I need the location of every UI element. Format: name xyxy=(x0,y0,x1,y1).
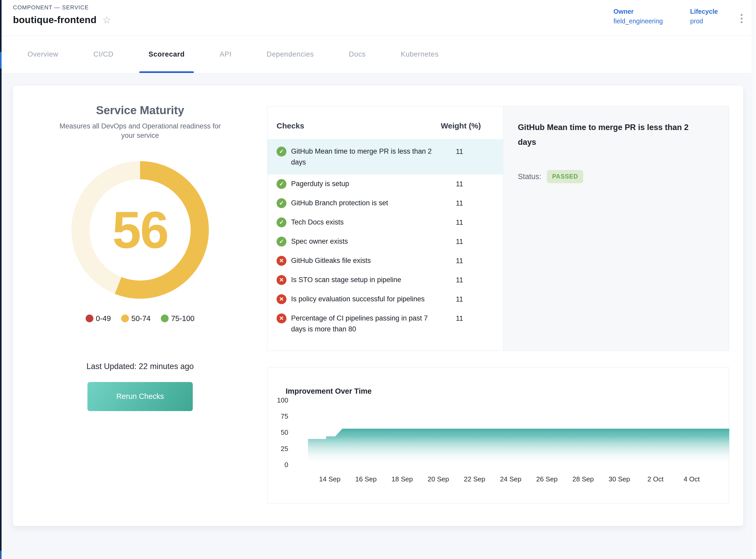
scorecard-subtitle: Measures all DevOps and Operational read… xyxy=(57,121,223,140)
meta-lifecycle-value[interactable]: prod xyxy=(690,17,718,25)
check-weight: 11 xyxy=(441,293,494,305)
check-label: Percentage of CI pipelines passing in pa… xyxy=(291,313,441,335)
check-row[interactable]: ✕Percentage of CI pipelines passing in p… xyxy=(268,309,503,338)
chart-title: Improvement Over Time xyxy=(285,387,371,396)
check-weight: 11 xyxy=(441,313,494,324)
chart-x-axis: 14 Sep16 Sep18 Sep20 Sep22 Sep24 Sep26 S… xyxy=(293,475,729,484)
area-path xyxy=(308,429,729,465)
legend-dot-icon xyxy=(161,315,169,322)
check-row-main: ✓GitHub Branch protection is set xyxy=(277,198,441,208)
scorecard-title: Service Maturity xyxy=(96,104,184,117)
y-tick-label: 25 xyxy=(268,445,288,453)
y-tick-label: 50 xyxy=(268,428,288,436)
meta-lifecycle-label: Lifecycle xyxy=(690,8,718,15)
check-weight: 11 xyxy=(441,178,494,190)
check-row[interactable]: ✕GitHub Gitleaks file exists11 xyxy=(268,251,503,270)
scrollbar-gutter[interactable] xyxy=(752,0,756,559)
check-row[interactable]: ✕Is policy evaluation successful for pip… xyxy=(268,290,503,309)
check-row-main: ✓Spec owner exists xyxy=(277,236,441,247)
tab-dependencies[interactable]: Dependencies xyxy=(258,36,323,73)
check-row[interactable]: ✓Tech Docs exists11 xyxy=(268,213,503,232)
checks-list: Checks Weight (%) ✓GitHub Mean time to m… xyxy=(268,106,503,351)
legend-label: 0-49 xyxy=(96,314,111,323)
score-gauge: 56 xyxy=(71,161,209,299)
check-row-main: ✕Is policy evaluation successful for pip… xyxy=(277,293,441,305)
check-label: GitHub Branch protection is set xyxy=(291,198,388,208)
check-row-main: ✓Pagerduty is setup xyxy=(277,178,441,189)
area-chart-svg xyxy=(293,395,729,473)
check-weight: 11 xyxy=(441,198,494,209)
checks-column-header: Checks xyxy=(277,121,441,130)
entity-kind-label: COMPONENT — SERVICE xyxy=(13,4,111,11)
meta-owner: Ownerfield_engineering xyxy=(614,8,663,25)
tab-overview[interactable]: Overview xyxy=(18,36,67,73)
chart-plot-area xyxy=(293,395,729,473)
check-detail-title: GitHub Mean time to merge PR is less tha… xyxy=(518,120,700,150)
y-tick-label: 0 xyxy=(268,461,288,469)
x-tick-label: 14 Sep xyxy=(319,475,340,483)
check-row-main: ✕Percentage of CI pipelines passing in p… xyxy=(277,313,441,335)
tab-ci-cd[interactable]: CI/CD xyxy=(84,36,123,73)
nav-active-indicator xyxy=(0,52,2,68)
improvement-chart-card: Improvement Over Time 1007550250 xyxy=(267,367,729,504)
check-row[interactable]: ✓Spec owner exists11 xyxy=(268,232,503,251)
checks-card: Checks Weight (%) ✓GitHub Mean time to m… xyxy=(267,106,729,351)
tab-kubernetes[interactable]: Kubernetes xyxy=(392,36,448,73)
check-weight: 11 xyxy=(441,236,494,247)
legend-dot-icon xyxy=(86,315,93,322)
status-badge: PASSED xyxy=(547,170,583,183)
checks-and-trend: Checks Weight (%) ✓GitHub Mean time to m… xyxy=(267,86,743,526)
check-row[interactable]: ✓Pagerduty is setup11 xyxy=(268,174,503,194)
rerun-checks-button[interactable]: Rerun Checks xyxy=(87,382,193,411)
tab-docs[interactable]: Docs xyxy=(340,36,375,73)
tab-scorecard[interactable]: Scorecard xyxy=(139,36,193,73)
nav-bottom-indicator xyxy=(0,551,2,559)
check-weight: 11 xyxy=(441,146,494,157)
legend-dot-icon xyxy=(121,315,129,322)
check-label: Is STO scan stage setup in pipeline xyxy=(291,274,401,285)
tab-api[interactable]: API xyxy=(211,36,241,73)
check-row[interactable]: ✓GitHub Branch protection is set11 xyxy=(268,194,503,213)
check-label: Tech Docs exists xyxy=(291,217,344,228)
x-tick-label: 30 Sep xyxy=(609,475,630,483)
legend-label: 75-100 xyxy=(171,314,194,323)
y-tick-label: 75 xyxy=(268,412,288,420)
score-value: 56 xyxy=(71,161,209,299)
meta-owner-label: Owner xyxy=(614,8,663,15)
check-row[interactable]: ✕Is STO scan stage setup in pipeline11 xyxy=(268,270,503,290)
score-legend: 0-4950-7475-100 xyxy=(86,314,194,323)
legend-label: 50-74 xyxy=(131,314,151,323)
meta-owner-value[interactable]: field_engineering xyxy=(614,17,663,25)
content-area: Service Maturity Measures all DevOps and… xyxy=(2,73,756,526)
x-tick-label: 20 Sep xyxy=(428,475,449,483)
legend-item: 0-49 xyxy=(86,314,111,323)
favorite-star-icon[interactable]: ☆ xyxy=(102,15,111,25)
maturity-summary: Service Maturity Measures all DevOps and… xyxy=(13,86,267,526)
check-weight: 11 xyxy=(441,217,494,228)
x-tick-label: 28 Sep xyxy=(572,475,594,483)
check-row-main: ✓Tech Docs exists xyxy=(277,217,441,228)
weight-column-header: Weight (%) xyxy=(441,121,494,130)
checks-table-header: Checks Weight (%) xyxy=(268,106,503,139)
x-tick-label: 22 Sep xyxy=(464,475,485,483)
check-weight: 11 xyxy=(441,255,494,267)
legend-item: 75-100 xyxy=(161,314,194,323)
status-label: Status: xyxy=(518,172,541,181)
page-title: boutique-frontend xyxy=(13,15,96,25)
x-tick-label: 18 Sep xyxy=(391,475,413,483)
x-tick-label: 16 Sep xyxy=(355,475,376,483)
chart-y-axis: 1007550250 xyxy=(268,396,288,474)
check-passed-icon: ✓ xyxy=(277,147,287,156)
last-updated-text: Last Updated: 22 minutes ago xyxy=(86,362,194,371)
x-tick-label: 2 Oct xyxy=(647,475,663,483)
more-options-button[interactable] xyxy=(739,13,744,25)
check-row[interactable]: ✓GitHub Mean time to merge PR is less th… xyxy=(268,139,503,174)
header-meta: Ownerfield_engineeringLifecycleprod xyxy=(614,8,718,25)
scorecard-panel: Service Maturity Measures all DevOps and… xyxy=(13,86,743,526)
check-failed-icon: ✕ xyxy=(277,256,287,266)
check-label: Spec owner exists xyxy=(291,236,348,247)
checks-rows: ✓GitHub Mean time to merge PR is less th… xyxy=(268,139,503,338)
check-row-main: ✕GitHub Gitleaks file exists xyxy=(277,255,441,266)
check-failed-icon: ✕ xyxy=(277,275,287,285)
x-tick-label: 26 Sep xyxy=(536,475,557,483)
